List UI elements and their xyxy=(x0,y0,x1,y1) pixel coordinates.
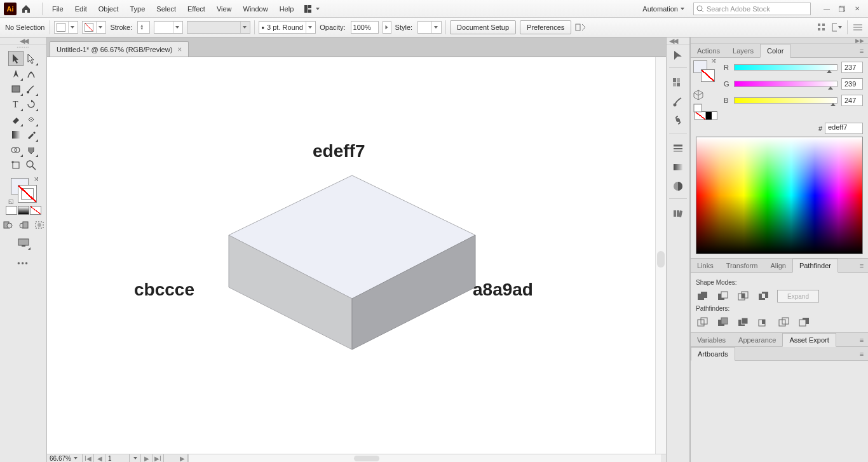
home-button[interactable] xyxy=(19,2,33,16)
stroke-weight-value[interactable] xyxy=(154,21,183,34)
tab-actions[interactable]: Actions xyxy=(691,44,726,57)
draw-normal[interactable] xyxy=(0,217,15,233)
rectangle-tool[interactable] xyxy=(8,81,24,97)
panel-fill-stroke-proxy[interactable]: ⤭ xyxy=(693,60,715,82)
document-tab[interactable]: Untitled-1* @ 66.67% (RGB/Preview) × xyxy=(50,41,189,57)
swap-fill-stroke-icon[interactable]: ⤭ xyxy=(34,175,39,182)
merge-button[interactable] xyxy=(736,316,750,329)
b-value[interactable]: 247 xyxy=(841,95,863,106)
outline-button[interactable] xyxy=(777,316,791,329)
eraser-tool[interactable] xyxy=(8,112,24,127)
direct-selection-tool[interactable] xyxy=(24,51,39,66)
pen-tool[interactable] xyxy=(8,66,24,81)
unite-button[interactable] xyxy=(696,290,710,302)
minus-back-button[interactable] xyxy=(797,316,811,329)
tab-artboards[interactable]: Artboards xyxy=(691,347,735,361)
artboard-tool[interactable] xyxy=(8,158,24,173)
b-slider[interactable] xyxy=(734,97,837,104)
proxy-stroke[interactable] xyxy=(18,186,36,202)
divide-button[interactable] xyxy=(696,316,710,329)
document-setup-button[interactable]: Document Setup xyxy=(450,20,516,34)
transform-panel-icon[interactable] xyxy=(817,22,827,32)
menu-type[interactable]: Type xyxy=(125,3,151,15)
search-stock-input[interactable]: Search Adobe Stock xyxy=(693,3,811,15)
last-artboard[interactable]: ▶I xyxy=(153,454,164,463)
zoom-tool[interactable] xyxy=(24,158,39,173)
screen-mode[interactable] xyxy=(16,235,31,250)
strip-properties-icon[interactable] xyxy=(670,47,686,64)
menu-file[interactable]: File xyxy=(46,3,69,15)
asset-panel-menu-icon[interactable]: ≡ xyxy=(855,334,868,346)
stroke-weight-stepper[interactable]: ▲▼ xyxy=(137,21,150,34)
tab-transform[interactable]: Transform xyxy=(720,259,764,272)
selection-tool[interactable] xyxy=(8,51,24,66)
tools-collapse[interactable]: ◀◀ xyxy=(0,37,46,44)
hex-input[interactable]: edeff7 xyxy=(825,123,863,134)
right-collapse[interactable]: ▶▶ xyxy=(691,37,868,44)
vertical-scrollbar[interactable] xyxy=(655,57,666,454)
color-panel-menu-icon[interactable]: ≡ xyxy=(855,44,868,57)
live-paint-tool[interactable] xyxy=(24,142,39,158)
g-slider[interactable] xyxy=(734,81,837,87)
workspace-switcher[interactable]: Automation xyxy=(639,4,688,14)
tools-grip[interactable]: ▪▪▪▪▪▪▪ xyxy=(4,44,43,50)
strip-collapse[interactable]: ◀◀ xyxy=(667,37,689,44)
gradient-tool[interactable] xyxy=(8,127,24,142)
strip-swatches-icon[interactable] xyxy=(670,74,686,91)
brush-definition[interactable]: ● 3 pt. Round xyxy=(259,21,316,34)
panel-stroke[interactable] xyxy=(701,69,715,82)
canvas[interactable]: edeff7 cbccce a8a9ad xyxy=(47,57,655,454)
strip-brushes-icon[interactable] xyxy=(670,93,686,110)
menu-view[interactable]: View xyxy=(211,3,238,15)
tab-asset-export[interactable]: Asset Export xyxy=(782,333,836,347)
graphic-style[interactable] xyxy=(417,21,442,34)
menu-effect[interactable]: Effect xyxy=(182,3,211,15)
stroke-swatch[interactable] xyxy=(82,21,106,34)
tab-links[interactable]: Links xyxy=(691,259,720,272)
default-fill-stroke-icon[interactable]: ◱ xyxy=(8,198,14,205)
artboards-panel-menu-icon[interactable]: ≡ xyxy=(855,348,868,360)
edit-toolbar[interactable]: ••• xyxy=(17,259,29,268)
menu-object[interactable]: Object xyxy=(93,3,125,15)
prev-artboard[interactable]: ◀ xyxy=(94,454,105,463)
first-artboard[interactable]: I◀ xyxy=(83,454,94,463)
window-minimize[interactable]: — xyxy=(822,4,831,13)
artboard-number-drop[interactable] xyxy=(130,454,141,463)
window-restore[interactable] xyxy=(837,4,846,13)
expand-button[interactable]: Expand xyxy=(777,290,819,302)
panel-menu-icon[interactable] xyxy=(853,22,863,32)
tab-variables[interactable]: Variables xyxy=(691,334,732,346)
strip-symbols-icon[interactable] xyxy=(670,112,686,129)
strip-transparency-icon[interactable] xyxy=(670,178,686,194)
g-value[interactable]: 239 xyxy=(841,78,863,90)
preferences-button[interactable]: Preferences xyxy=(520,20,571,34)
color-mode-gradient[interactable] xyxy=(18,206,29,215)
color-3d-icon[interactable] xyxy=(693,90,703,100)
tab-align[interactable]: Align xyxy=(764,259,792,272)
menu-help[interactable]: Help xyxy=(274,3,300,15)
menu-window[interactable]: Window xyxy=(238,3,274,15)
r-value[interactable]: 237 xyxy=(841,62,863,73)
color-mode-solid[interactable] xyxy=(6,206,17,215)
menu-edit[interactable]: Edit xyxy=(69,3,93,15)
bw-swatch[interactable] xyxy=(706,111,717,120)
shape-builder-tool[interactable] xyxy=(8,142,24,158)
intersect-button[interactable] xyxy=(736,290,750,302)
isolate-icon[interactable] xyxy=(832,22,842,32)
variable-width-profile[interactable] xyxy=(187,21,250,34)
opacity-dropdown[interactable] xyxy=(383,21,391,34)
close-tab-icon[interactable]: × xyxy=(177,45,182,54)
crop-button[interactable] xyxy=(757,316,771,329)
trim-button[interactable] xyxy=(716,316,730,329)
artboard-number[interactable]: 1 xyxy=(105,454,130,463)
draw-behind[interactable] xyxy=(16,217,31,233)
arrange-documents[interactable] xyxy=(304,3,320,15)
horizontal-scrollbar[interactable] xyxy=(188,454,661,463)
type-tool[interactable]: T xyxy=(8,97,24,112)
color-spectrum[interactable] xyxy=(696,137,863,254)
tab-layers[interactable]: Layers xyxy=(726,44,760,57)
eyedropper-tool[interactable] xyxy=(24,127,39,142)
fill-stroke-proxy[interactable]: ⤭ ◱ xyxy=(10,177,37,202)
color-cube-small-icon[interactable] xyxy=(693,104,703,114)
opacity-value[interactable]: 100% xyxy=(351,21,379,34)
